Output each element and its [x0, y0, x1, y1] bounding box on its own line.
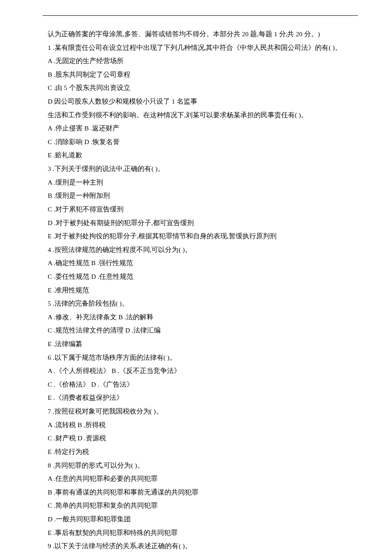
- text-line: E .赔礼道歉: [48, 148, 349, 162]
- text-line: B .股东共同制定了公司章程: [48, 68, 349, 81]
- text-line: 5 .法律的完备阶段包括( )。: [48, 297, 349, 310]
- text-line: 3 .下列关于缓刑的说法中,正确的有( )。: [48, 162, 349, 176]
- text-line: C .对于累犯不得宣告缓刑: [48, 202, 349, 216]
- text-line: E .法律编纂: [48, 337, 349, 351]
- text-line: 生活和工作受到很不利的影响。在这种情况下,刘某可以要求杨某承担的民事责任有( )…: [48, 108, 349, 122]
- text-line: C .由 5 个股东共同出资设立: [48, 81, 349, 95]
- document-body: 认为正确答案的字母涂黑,多答、漏答或错答均不得分。本部分共 20 题,每题 1 …: [48, 27, 349, 555]
- text-line: C .规范性法律文件的清理 D .法律汇编: [48, 324, 349, 337]
- horizontal-rule: [43, 15, 358, 16]
- text-line: A .确定性规范 B .强行性规范: [48, 256, 349, 270]
- text-line: D .对于被判处有期徒刑的犯罪分子,都可宣告缓刑: [48, 216, 349, 230]
- text-line: 7 .按照征税对象可把我国税收分为( )。: [48, 405, 349, 418]
- text-line: 4 .按照法律规范的确定性程度不同,可以分为( )。: [48, 243, 349, 257]
- text-line: C .简单的共同犯罪和复杂的共同犯罪: [48, 499, 349, 512]
- text-line: A .流转税 B .所得税: [48, 418, 349, 432]
- text-line: A .停止侵害 B .返还财产: [48, 121, 349, 135]
- text-line: C .消除影响 D .恢复名誉: [48, 135, 349, 149]
- text-line: 6 .以下属于规范市场秩序方面的法律有( )。: [48, 351, 349, 364]
- text-line: C .委任性规范 D .任意性规范: [48, 270, 349, 283]
- text-line: C .《价格法》 D .《广告法》: [48, 378, 349, 391]
- text-line: B .事前有通谋的共同犯罪和事前无通谋的共同犯罪: [48, 486, 349, 499]
- text-line: A .无固定的生产经营场所: [48, 54, 349, 68]
- text-line: B .缓刑是一种附加刑: [48, 189, 349, 202]
- text-line: C .财产税 D .资源税: [48, 431, 349, 445]
- text-line: E .事后有默契的共同犯罪和特殊的共同犯罪: [48, 526, 349, 540]
- text-line: A .任意的共同犯罪和必要的共同犯罪: [48, 472, 349, 486]
- text-line: D 因公司股东人数较少和规模较小只设了 1 名监事: [48, 95, 349, 108]
- text-line: E .对于被判处拘役的犯罪分子,根据其犯罪情节和自身的表现,暂缓执行原判刑: [48, 229, 349, 243]
- text-line: A .缓刑是一种主刑: [48, 176, 349, 189]
- text-line: 9 .以下关于法律与经济的关系,表述正确的有( )。: [48, 539, 349, 553]
- text-line: A .《个人所得税法》 B .《反不正当竞争法》: [48, 364, 349, 378]
- text-line: E .《消费者权益保护法》: [48, 391, 349, 405]
- text-line: D .一般共同犯罪和犯罪集团: [48, 512, 349, 526]
- text-line: E .特定行为税: [48, 445, 349, 459]
- text-line: 认为正确答案的字母涂黑,多答、漏答或错答均不得分。本部分共 20 题,每题 1 …: [48, 27, 349, 41]
- text-line: E .准用性规范: [48, 283, 349, 297]
- text-line: 8 .共同犯罪的形式,可以分为( )。: [48, 459, 349, 472]
- text-line: A .修改、补充法律条文 B .法的解释: [48, 310, 349, 324]
- text-line: A .经济决定法律 B .法律决定经济: [48, 553, 349, 555]
- text-line: 1 .某有限责任公司在设立过程中出现了下列几种情况,其中符合《中华人民共和国公司…: [48, 41, 349, 55]
